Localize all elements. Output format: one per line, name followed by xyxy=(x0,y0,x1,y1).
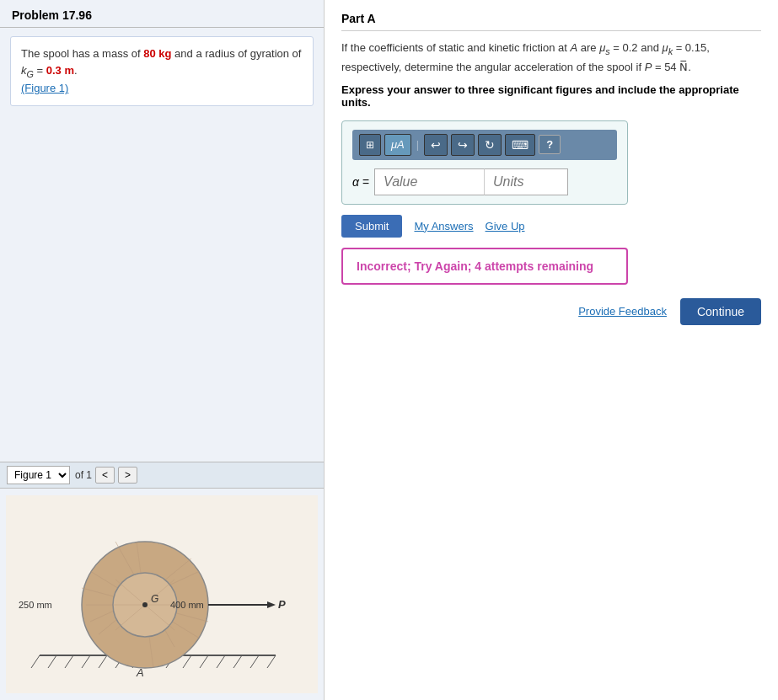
label-A: A xyxy=(136,666,144,679)
svg-line-15 xyxy=(267,655,276,668)
redo-icon: ↪ xyxy=(458,138,468,152)
svg-line-12 xyxy=(217,655,225,668)
part-header: Part A xyxy=(341,12,761,31)
label-G: G xyxy=(151,593,158,605)
figure-svg: G P 250 mm 400 mm A xyxy=(6,495,318,693)
separator1: | xyxy=(416,138,419,151)
keyboard-icon: ⌨ xyxy=(512,138,529,152)
help-icon: ? xyxy=(546,138,553,151)
express-text: Express your answer to three significant… xyxy=(341,83,761,109)
svg-marker-30 xyxy=(267,601,276,608)
units-input[interactable] xyxy=(484,168,568,195)
redo-btn[interactable]: ↪ xyxy=(451,134,475,156)
svg-line-14 xyxy=(250,655,259,668)
mu-icon: μA xyxy=(391,138,405,151)
refresh-icon: ↻ xyxy=(485,138,495,152)
svg-line-4 xyxy=(82,655,90,668)
figure-select[interactable]: Figure 1 xyxy=(7,466,70,484)
provide-feedback-link[interactable]: Provide Feedback xyxy=(578,305,667,318)
label-400mm: 400 mm xyxy=(170,600,204,610)
figure-prev-btn[interactable]: < xyxy=(95,467,115,484)
problem-description: The spool has a mass of 80 kg and a radi… xyxy=(10,36,314,106)
matrix-icon: ⊞ xyxy=(366,139,374,151)
value-input[interactable] xyxy=(374,168,484,195)
figure-canvas: G P 250 mm 400 mm A xyxy=(6,495,318,693)
figure-link[interactable]: (Figure 1) xyxy=(21,82,68,94)
right-panel: Part A If the coefficients of static and… xyxy=(325,0,778,700)
description-text: The spool has a mass of 80 kg and a radi… xyxy=(21,47,301,77)
undo-icon: ↩ xyxy=(431,138,441,152)
input-row: α = xyxy=(352,168,617,195)
refresh-btn[interactable]: ↻ xyxy=(478,134,502,156)
mass-value: 80 kg xyxy=(143,47,171,60)
submit-button[interactable]: Submit xyxy=(341,215,402,238)
bottom-action-row: Provide Feedback Continue xyxy=(341,298,761,325)
answer-box: ⊞ μA | ↩ ↪ ↻ ⌨ ? α = xyxy=(341,120,628,205)
action-row: Submit My Answers Give Up xyxy=(341,215,761,238)
figure-of: of 1 xyxy=(75,469,92,481)
problem-text: If the coefficients of static and kineti… xyxy=(341,40,761,77)
figure-section: Figure 1 of 1 < > xyxy=(0,462,324,700)
label-250mm: 250 mm xyxy=(19,600,52,610)
incorrect-message: Incorrect; Try Again; 4 attempts remaini… xyxy=(341,248,628,285)
keyboard-btn[interactable]: ⌨ xyxy=(505,134,535,156)
figure-next-btn[interactable]: > xyxy=(118,467,137,484)
undo-btn[interactable]: ↩ xyxy=(424,134,448,156)
answer-toolbar: ⊞ μA | ↩ ↪ ↻ ⌨ ? xyxy=(352,130,617,160)
label-P: P xyxy=(278,598,286,611)
problem-title: Problem 17.96 xyxy=(0,0,324,28)
svg-line-10 xyxy=(183,655,191,668)
alpha-label: α = xyxy=(352,175,369,189)
give-up-link[interactable]: Give Up xyxy=(486,220,525,232)
figure-toolbar: Figure 1 of 1 < > xyxy=(0,462,324,489)
svg-line-2 xyxy=(48,655,56,668)
svg-line-1 xyxy=(31,655,40,668)
svg-line-3 xyxy=(65,655,73,668)
mu-btn[interactable]: μA xyxy=(384,134,411,156)
matrix-btn[interactable]: ⊞ xyxy=(359,134,381,156)
svg-point-28 xyxy=(142,602,148,607)
svg-line-13 xyxy=(233,655,242,668)
svg-line-5 xyxy=(99,655,107,668)
continue-button[interactable]: Continue xyxy=(680,298,761,325)
left-panel: Problem 17.96 The spool has a mass of 80… xyxy=(0,0,325,700)
help-btn[interactable]: ? xyxy=(539,135,561,154)
svg-line-11 xyxy=(200,655,208,668)
kg-value: 0.3 m xyxy=(46,64,74,77)
my-answers-link[interactable]: My Answers xyxy=(414,220,473,232)
